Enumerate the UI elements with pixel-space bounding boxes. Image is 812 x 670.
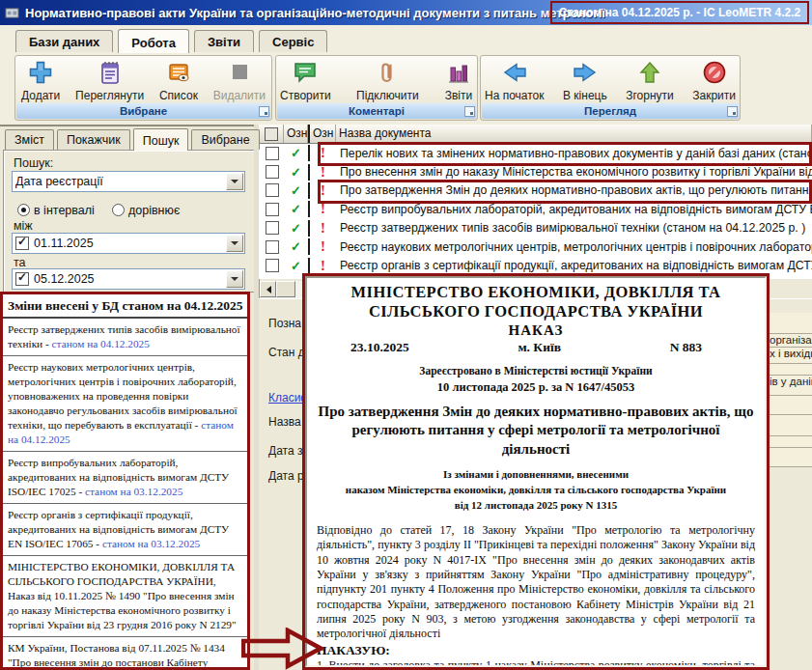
- bar-chart-icon: [444, 59, 473, 86]
- doc-date: 23.10.2025: [350, 340, 409, 355]
- changes-panel: Зміни внесені у БД станом на 04.12.2025 …: [0, 292, 250, 670]
- ribbon-tabs: Бази даних Робота Звіти Сервіс: [15, 28, 327, 52]
- doc-amend-line3: від 12 листопада 2025 року N 1315: [317, 498, 755, 514]
- column-header-ozn1[interactable]: Озн: [284, 125, 308, 143]
- view-notepad-icon: [96, 59, 125, 86]
- document-title: Реєстр органів з сертифікації продукції,…: [336, 259, 812, 272]
- read-check-icon: ✓: [291, 183, 301, 198]
- application-window: Нормативно-правові акти України та орган…: [0, 0, 812, 670]
- field-label: Дата з: [268, 444, 302, 458]
- row-checkbox[interactable]: [266, 240, 279, 254]
- go-start-button[interactable]: На початок: [485, 58, 545, 102]
- important-exclaim-icon: !: [321, 258, 325, 273]
- delete-icon: [225, 59, 254, 86]
- row-checkbox[interactable]: [266, 203, 279, 216]
- tab-work[interactable]: Робота: [118, 29, 189, 53]
- add-button[interactable]: Додати: [21, 58, 60, 102]
- important-exclaim-icon: !: [321, 220, 325, 236]
- list-item[interactable]: МІНІСТЕРСТВО ЕКОНОМІКИ, ДОВКІЛЛЯ ТА СІЛЬ…: [3, 556, 247, 637]
- document-viewer[interactable]: МІНІСТЕРСТВО ЕКОНОМІКИ, ДОВКІЛЛЯ ТА СІЛЬ…: [302, 273, 770, 670]
- doc-title: Про затвердження Змін до деяких норматив…: [317, 403, 755, 460]
- attach-button[interactable]: Підключити: [356, 58, 419, 102]
- checkbox-checked-icon[interactable]: [15, 272, 29, 286]
- date-from-select[interactable]: 01.11.2025: [12, 233, 245, 254]
- chevron-down-icon[interactable]: [226, 270, 243, 288]
- doc-amend-line1: Із змінами і доповненнями, внесеними: [317, 467, 755, 483]
- doc-amend-line2: наказом Міністерства економіки, довкілля…: [317, 483, 755, 498]
- sidebar-tab-search[interactable]: Пошук: [133, 128, 189, 151]
- ribbon: Бази даних Робота Звіти Сервіс Додати: [0, 25, 812, 126]
- arrow-left-icon: [500, 59, 529, 86]
- list-item[interactable]: КМ України, Постанова від 07.11.2025 № 1…: [3, 637, 247, 670]
- field-value-fragment: х і вихідні: [768, 348, 812, 364]
- title-status-annotation-box: Станом на 04.12.2025 р. - ІС LeoMETR 4.2…: [550, 1, 809, 24]
- date-to-select[interactable]: 05.12.2025: [12, 268, 245, 290]
- comment-reports-button[interactable]: Звіти: [444, 58, 473, 102]
- tab-reports[interactable]: Звіти: [194, 30, 254, 52]
- doc-body-item1: 1. Внести до заголовка та пункту 1 наказ…: [317, 658, 755, 667]
- radio-dot-icon: [17, 204, 30, 216]
- collapse-button[interactable]: Згорнути: [626, 58, 674, 102]
- table-row[interactable]: ✓ ! Реєстр наукових метрологічних центрі…: [259, 237, 812, 256]
- arrow-right-icon: [571, 59, 600, 86]
- doc-registration-line2: 10 листопада 2025 р. за N 1647/45053: [317, 379, 755, 396]
- document-title: Реєстр наукових метрологічних центрів, м…: [336, 240, 812, 254]
- checkbox-checked-icon[interactable]: [15, 237, 29, 250]
- sidebar-tab-favorites[interactable]: Вибране: [191, 129, 259, 150]
- changes-header: Зміни внесені у БД станом на 04.12.2025: [3, 294, 247, 319]
- dialog-launcher-icon[interactable]: [259, 106, 269, 117]
- field-label: Назва: [268, 415, 301, 429]
- row-checkbox[interactable]: [266, 183, 279, 197]
- read-check-icon: ✓: [291, 146, 301, 160]
- select-all-checkbox[interactable]: [259, 125, 284, 143]
- table-row[interactable]: ✓ ! Реєстр затверджених типів засобів ви…: [259, 219, 812, 237]
- delete-button[interactable]: Видалити: [213, 58, 266, 102]
- doc-number: N 883: [670, 340, 702, 355]
- radio-dot-icon: [112, 204, 125, 216]
- list-item[interactable]: Реєстр наукових метрологічних центрів, м…: [3, 356, 247, 452]
- row-checkbox[interactable]: [266, 221, 279, 235]
- sidebar-tab-contents[interactable]: Зміст: [5, 129, 54, 150]
- create-comment-button[interactable]: Створити: [280, 58, 331, 102]
- radio-equals[interactable]: дорівнює: [112, 201, 180, 218]
- sidebar-tab-index[interactable]: Покажчик: [57, 129, 130, 150]
- close-button[interactable]: Закрити: [692, 58, 736, 102]
- read-check-icon: ✓: [291, 239, 301, 254]
- scroll-left-icon[interactable]: [260, 281, 276, 297]
- table-row[interactable]: ✓ ! Реєстр органів з сертифікації продук…: [259, 256, 812, 274]
- column-header-name[interactable]: Назва документа: [336, 125, 812, 143]
- add-plus-icon: [26, 59, 55, 86]
- chevron-down-icon[interactable]: [226, 235, 243, 252]
- read-check-icon: ✓: [291, 221, 301, 236]
- radio-interval[interactable]: в інтервалі: [17, 201, 95, 218]
- search-label: Пошук:: [14, 156, 53, 170]
- document-content: МІНІСТЕРСТВО ЕКОНОМІКИ, ДОВКІЛЛЯ ТА СІЛЬ…: [305, 276, 767, 667]
- document-title: Реєстр випробувальних лабораторій, акред…: [336, 203, 812, 216]
- row-checkbox[interactable]: [266, 147, 279, 160]
- field-label: Позна: [268, 317, 301, 330]
- sidebar-tabs: Зміст Покажчик Пошук Вибране: [5, 127, 260, 150]
- dialog-launcher-icon[interactable]: [464, 106, 475, 117]
- list-item[interactable]: Реєстр органів з сертифікації продукції,…: [3, 504, 247, 556]
- column-header-ozn2[interactable]: Озн: [308, 125, 336, 143]
- doc-body-intro: Відповідно до статей 17, 18 Закону Украї…: [317, 523, 755, 642]
- doc-city: м. Київ: [518, 340, 561, 355]
- row-checkbox[interactable]: [266, 259, 279, 272]
- comment-icon: [291, 59, 320, 86]
- dialog-launcher-icon[interactable]: [727, 106, 738, 117]
- list-item[interactable]: Реєстр випробувальних лабораторій, акред…: [3, 452, 247, 504]
- close-icon: [700, 59, 729, 86]
- chevron-down-icon[interactable]: [226, 173, 243, 190]
- list-button[interactable]: Список: [159, 58, 198, 102]
- go-end-button[interactable]: В кінець: [563, 58, 607, 102]
- field-value-fragment: ів у даній: [768, 376, 812, 396]
- list-item[interactable]: Реєстр затверджених типів засобів вимірю…: [3, 319, 247, 356]
- view-button[interactable]: Переглянути: [75, 58, 144, 102]
- row-checkbox[interactable]: [266, 165, 279, 179]
- search-field-select[interactable]: Дата реєстрації: [12, 171, 245, 192]
- tab-databases[interactable]: Бази даних: [15, 30, 113, 52]
- scrollbar-thumb[interactable]: [276, 281, 295, 297]
- doc-ministry-name: МІНІСТЕРСТВО ЕКОНОМІКИ, ДОВКІЛЛЯ ТА СІЛЬ…: [317, 283, 755, 321]
- doc-order-word: НАКАЗ: [317, 322, 755, 339]
- tab-service[interactable]: Сервіс: [259, 30, 327, 52]
